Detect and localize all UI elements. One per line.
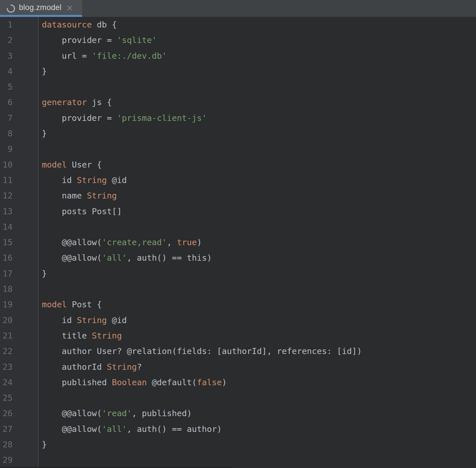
ide-window: blog.zmodel 1234567891011121314151617181…	[0, 0, 476, 468]
line-number: 18	[0, 281, 13, 297]
line-number: 26	[0, 406, 13, 421]
code-line[interactable]: provider = 'sqlite'	[42, 32, 476, 48]
code-line[interactable]: datasource db {	[42, 17, 476, 32]
line-number: 28	[0, 437, 13, 452]
code-line[interactable]	[42, 452, 476, 468]
code-line[interactable]: }	[42, 126, 476, 141]
window-edge	[0, 467, 232, 468]
code-line[interactable]: provider = 'prisma-client-js'	[42, 110, 476, 126]
line-number: 16	[0, 250, 13, 266]
code-line[interactable]: @@allow('create,read', true)	[42, 235, 476, 250]
code-line[interactable]: generator js {	[42, 95, 476, 110]
line-number: 3	[0, 48, 13, 64]
line-number: 14	[0, 219, 13, 235]
code-line[interactable]: model User {	[42, 157, 476, 172]
line-number: 11	[0, 172, 13, 188]
line-number: 1	[0, 17, 13, 32]
line-number: 21	[0, 328, 13, 343]
code-line[interactable]: id String @id	[42, 172, 476, 188]
gutter: 1234567891011121314151617181920212223242…	[0, 17, 39, 468]
code-lines[interactable]: datasource db { provider = 'sqlite' url …	[39, 17, 476, 468]
line-number: 10	[0, 157, 13, 172]
line-number: 17	[0, 266, 13, 281]
code-line[interactable]: posts Post[]	[42, 204, 476, 219]
active-tab-indicator	[0, 15, 82, 17]
line-number: 5	[0, 79, 13, 95]
code-line[interactable]: id String @id	[42, 312, 476, 328]
loading-spinner-icon	[6, 4, 15, 13]
close-tab-icon[interactable]	[66, 4, 73, 12]
line-number: 6	[0, 95, 13, 110]
code-line[interactable]	[42, 390, 476, 406]
line-number: 8	[0, 126, 13, 141]
line-number: 29	[0, 452, 13, 468]
code-line[interactable]	[42, 141, 476, 157]
line-number: 20	[0, 312, 13, 328]
line-number: 13	[0, 204, 13, 219]
line-number: 23	[0, 359, 13, 375]
code-line[interactable]: url = 'file:./dev.db'	[42, 48, 476, 64]
line-number: 22	[0, 343, 13, 359]
tab-title: blog.zmodel	[19, 3, 62, 12]
line-number: 4	[0, 64, 13, 79]
line-number: 15	[0, 235, 13, 250]
code-line[interactable]: title String	[42, 328, 476, 343]
line-number: 2	[0, 32, 13, 48]
line-number: 25	[0, 390, 13, 406]
code-line[interactable]: @@allow('read', published)	[42, 406, 476, 421]
code-line[interactable]	[42, 219, 476, 235]
code-editor: 1234567891011121314151617181920212223242…	[0, 17, 476, 468]
code-line[interactable]: published Boolean @default(false)	[42, 375, 476, 390]
code-line[interactable]: @@allow('all', auth() == this)	[42, 250, 476, 266]
code-line[interactable]: authorId String?	[42, 359, 476, 375]
code-line[interactable]: model Post {	[42, 297, 476, 312]
code-line[interactable]: }	[42, 64, 476, 79]
code-line[interactable]: name String	[42, 188, 476, 203]
line-number: 9	[0, 141, 13, 157]
code-line[interactable]: }	[42, 437, 476, 452]
code-line[interactable]: author User? @relation(fields: [authorId…	[42, 343, 476, 359]
tab-blog-zmodel[interactable]: blog.zmodel	[0, 0, 82, 17]
code-line[interactable]	[42, 281, 476, 297]
editor-tab-bar: blog.zmodel	[0, 0, 476, 17]
code-line[interactable]: }	[42, 266, 476, 281]
line-number: 7	[0, 110, 13, 126]
code-line[interactable]	[42, 79, 476, 95]
line-number: 27	[0, 421, 13, 437]
line-number: 12	[0, 188, 13, 203]
line-number: 19	[0, 297, 13, 312]
code-line[interactable]: @@allow('all', auth() == author)	[42, 421, 476, 437]
line-number: 24	[0, 375, 13, 390]
